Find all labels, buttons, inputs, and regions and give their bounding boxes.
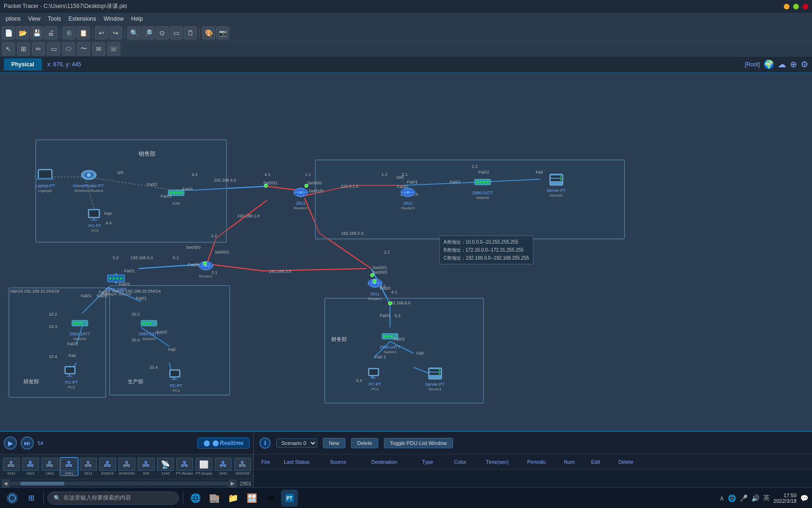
iface-fa0-sw2: Fa0 bbox=[69, 353, 76, 358]
new-button[interactable]: 📄 bbox=[2, 26, 15, 40]
start-button[interactable] bbox=[4, 490, 21, 507]
device-server0[interactable]: Server-PT Server0 bbox=[547, 172, 566, 198]
pdu-info-icon[interactable]: ℹ bbox=[259, 437, 271, 449]
tray-item-819HGW[interactable]: 🖧 819HGW bbox=[117, 458, 136, 476]
device-switch3[interactable]: 2960-24TT Switch3 bbox=[139, 316, 159, 341]
device-laptop0[interactable]: Laptop-PT Laptop0 bbox=[35, 167, 55, 193]
zoom-reset-button[interactable]: ⊙ bbox=[156, 26, 169, 40]
tray-item-1841[interactable]: 🖧 1841 bbox=[214, 458, 233, 476]
rect2-button[interactable]: ▭ bbox=[47, 42, 60, 56]
tray-up-icon[interactable]: ∧ bbox=[719, 494, 724, 502]
tray-item-829[interactable]: 🖧 829 bbox=[137, 458, 156, 476]
new-pdu-button[interactable]: New bbox=[323, 438, 345, 448]
delete-pdu-button[interactable]: Delete bbox=[351, 438, 378, 448]
device-switch2[interactable]: 2960-24TT Switch2 bbox=[70, 316, 90, 341]
email-button[interactable]: ✉ bbox=[92, 42, 105, 56]
close-button[interactable] bbox=[803, 4, 808, 9]
tray-network-icon[interactable]: 🌐 bbox=[728, 494, 736, 502]
taskbar-app-mail[interactable]: ✉ bbox=[262, 490, 279, 507]
router1-icon bbox=[196, 258, 215, 273]
taskbar-sep-2 bbox=[183, 492, 183, 505]
taskbar-app-store[interactable]: 🏬 bbox=[206, 490, 223, 507]
tray-notifications-icon[interactable]: 💬 bbox=[800, 494, 808, 502]
tray-lang-icon[interactable]: 英 bbox=[763, 494, 770, 502]
realtime-button[interactable]: ⬤ ⬤ Realtime bbox=[197, 437, 250, 449]
copy-button[interactable]: ⎘ bbox=[62, 26, 76, 40]
select-button[interactable]: ↖ bbox=[2, 42, 15, 56]
settings-icon[interactable]: ⚙ bbox=[801, 59, 808, 70]
device-router1[interactable]: Router1 bbox=[196, 258, 215, 279]
taskbar-app-pkt[interactable]: PT bbox=[281, 490, 298, 507]
play-button[interactable]: ▶ bbox=[4, 437, 17, 450]
rect-button[interactable]: ▭ bbox=[170, 26, 183, 40]
taskbar-app-files[interactable]: 📁 bbox=[225, 490, 242, 507]
expand-icon[interactable]: ⊕ bbox=[790, 59, 797, 70]
taskview-button[interactable]: ⊞ bbox=[23, 490, 39, 507]
scroll-track[interactable] bbox=[9, 482, 229, 485]
tab-physical[interactable]: Physical bbox=[4, 58, 42, 71]
tray-item-4331[interactable]: 🖧 4331 bbox=[2, 458, 21, 476]
menu-options[interactable]: ptions bbox=[2, 15, 24, 23]
phone-button[interactable]: ☏ bbox=[107, 42, 120, 56]
export-button[interactable]: 📷 bbox=[216, 26, 229, 40]
ellipse-button[interactable]: ⬭ bbox=[62, 42, 75, 56]
print-button[interactable]: 🖨 bbox=[44, 26, 57, 40]
svg-point-78 bbox=[77, 322, 79, 324]
menu-window[interactable]: Window bbox=[100, 15, 128, 23]
note-button[interactable]: 🗒 bbox=[184, 26, 197, 40]
laptop-label: Laptop-PT Laptop0 bbox=[35, 183, 55, 193]
menu-tools[interactable]: Tools bbox=[44, 15, 65, 23]
scenario-select[interactable]: Scenario 0 bbox=[276, 438, 317, 448]
zoom-in-button[interactable]: 🔍 bbox=[127, 26, 141, 40]
minimize-button[interactable] bbox=[784, 4, 789, 9]
device-switch0[interactable]: 2960-24TT Switch0 bbox=[472, 175, 493, 200]
menu-help[interactable]: Help bbox=[127, 15, 147, 23]
device-switch1[interactable]: 2960-24TT Switch1 bbox=[380, 329, 400, 354]
tray-item-2901[interactable]: 🖧 2901 bbox=[60, 457, 78, 476]
pen-button[interactable]: ✏ bbox=[32, 42, 45, 56]
tray-mic-icon[interactable]: 🎤 bbox=[740, 494, 748, 502]
tray-item-2620xm[interactable]: 🖧 2620XM bbox=[233, 458, 252, 476]
tray-item-2911[interactable]: 🖧 2911 bbox=[79, 458, 98, 476]
tray-item-ptempty[interactable]: ⬜ PT-Empty bbox=[195, 458, 213, 476]
device-pc5[interactable]: PC-PT PC5 bbox=[86, 207, 104, 233]
vlan10-label: vlan10 192.168.10.254/24 bbox=[10, 289, 59, 294]
taskbar-search[interactable]: 🔍 在这里输入你要搜索的内容 bbox=[47, 492, 179, 505]
taskbar-app-start2[interactable]: 🪟 bbox=[243, 490, 260, 507]
tray-item-ptrouter[interactable]: 🖧 PT-Router bbox=[175, 458, 194, 476]
save-button[interactable]: 💾 bbox=[30, 26, 43, 40]
iface-se010-r0: Se0/1/0 bbox=[309, 189, 323, 193]
redo-button[interactable]: ↪ bbox=[109, 26, 122, 40]
tray-scrollbar[interactable]: ◀ ▶ 2901 bbox=[0, 479, 253, 487]
globe-icon[interactable]: 🌍 bbox=[764, 59, 774, 70]
tray-item-1240[interactable]: 📡 1240 bbox=[156, 458, 175, 476]
device-server1[interactable]: Server-PT Server1 bbox=[425, 366, 445, 391]
forward-button[interactable]: ⏭ bbox=[21, 437, 34, 450]
device-pc2[interactable]: PC-PT PC2 bbox=[366, 366, 384, 391]
tray-item-4321[interactable]: 🖧 4321 bbox=[21, 458, 40, 476]
paste-button[interactable]: 📋 bbox=[77, 26, 90, 40]
toggle-pdu-button[interactable]: Toggle PDU List Window bbox=[384, 438, 453, 448]
taskbar-app-edge[interactable]: 🌐 bbox=[187, 490, 204, 507]
maximize-button[interactable] bbox=[793, 4, 799, 9]
tray-item-262[interactable]: 🖧 262 bbox=[252, 458, 253, 476]
menu-extensions[interactable]: Extensions bbox=[65, 15, 100, 23]
tray-item-819IOX[interactable]: 🖧 819IOX bbox=[98, 458, 117, 476]
undo-button[interactable]: ↩ bbox=[95, 26, 108, 40]
menu-view[interactable]: View bbox=[24, 15, 44, 23]
scroll-right-button[interactable]: ▶ bbox=[229, 480, 236, 487]
device-pc1[interactable]: PC-PT PC1 bbox=[167, 367, 186, 393]
device-pc0[interactable]: PC-PT PC0 bbox=[62, 364, 81, 389]
freehand-button[interactable]: 〜 bbox=[77, 42, 90, 56]
scroll-thumb[interactable] bbox=[20, 482, 64, 485]
grid-button[interactable]: ⊞ bbox=[17, 42, 30, 56]
palette-button[interactable]: 🎨 bbox=[202, 26, 215, 40]
open-button[interactable]: 📂 bbox=[16, 26, 29, 40]
tray-speaker-icon[interactable]: 🔊 bbox=[751, 494, 759, 502]
globe2-icon[interactable]: ☁ bbox=[778, 59, 786, 70]
device-router0[interactable]: 2811 Router0 bbox=[291, 185, 310, 210]
tray-item-1941[interactable]: 🖧 1941 bbox=[40, 458, 59, 476]
zoom-out-button[interactable]: 🔎 bbox=[141, 26, 155, 40]
scroll-left-button[interactable]: ◀ bbox=[2, 480, 9, 487]
device-homerouter0[interactable]: HomeRouter-PT- Wireless Router0 bbox=[73, 167, 105, 193]
